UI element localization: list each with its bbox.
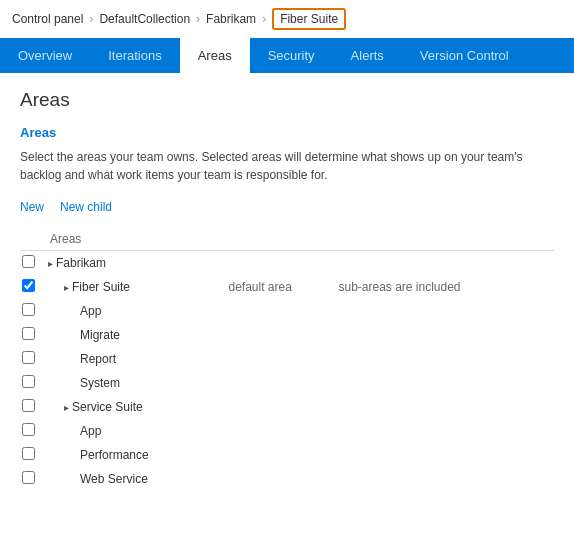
description: Select the areas your team owns. Selecte… [20,148,554,184]
row-checkbox[interactable] [22,399,35,412]
table-row: ▸Service Suite [20,395,554,419]
breadcrumb-fabrikam[interactable]: Fabrikam [206,12,256,26]
tab-bar: Overview Iterations Areas Security Alert… [0,38,574,73]
row-default-area [226,419,336,443]
row-subareas [336,299,554,323]
areas-table: Areas ▸Fabrikam▸Fiber Suitedefault areas… [20,228,554,491]
breadcrumb-control-panel[interactable]: Control panel [12,12,83,26]
row-subareas [336,347,554,371]
breadcrumb-fiber-suite[interactable]: Fiber Suite [272,8,346,30]
row-default-area [226,299,336,323]
tree-arrow-icon[interactable]: ▸ [64,282,69,293]
row-checkbox[interactable] [22,279,35,292]
section-title: Areas [20,125,554,140]
row-checkbox[interactable] [22,471,35,484]
row-name: Performance [80,448,149,462]
table-row: ▸Fabrikam [20,251,554,276]
toolbar: New New child [20,200,554,214]
tab-overview[interactable]: Overview [0,38,90,73]
breadcrumb: Control panel › DefaultCollection › Fabr… [0,0,574,38]
row-name: Web Service [80,472,148,486]
table-row: App [20,419,554,443]
tree-arrow-icon[interactable]: ▸ [48,258,53,269]
row-subareas [336,467,554,491]
row-name: App [80,304,101,318]
col-areas: Areas [48,228,226,251]
row-subareas [336,251,554,276]
table-row: Performance [20,443,554,467]
table-row: System [20,371,554,395]
tab-version-control[interactable]: Version Control [402,38,527,73]
row-default-area [226,251,336,276]
row-checkbox[interactable] [22,351,35,364]
row-checkbox[interactable] [22,327,35,340]
tab-iterations[interactable]: Iterations [90,38,179,73]
row-name: System [80,376,120,390]
row-default-area: default area [226,275,336,299]
table-row: ▸Fiber Suitedefault areasub-areas are in… [20,275,554,299]
row-checkbox[interactable] [22,447,35,460]
row-subareas [336,371,554,395]
row-name: ▸Fabrikam [48,256,106,270]
row-checkbox[interactable] [22,375,35,388]
col-default [226,228,336,251]
tab-alerts[interactable]: Alerts [333,38,402,73]
new-child-button[interactable]: New child [60,200,112,214]
row-default-area [226,371,336,395]
row-name: ▸Fiber Suite [64,280,130,294]
row-subareas [336,443,554,467]
row-subareas [336,395,554,419]
row-checkbox[interactable] [22,303,35,316]
table-row: Report [20,347,554,371]
page-content: Areas Areas Select the areas your team o… [0,73,574,507]
page-title: Areas [20,89,554,111]
row-name: App [80,424,101,438]
tab-security[interactable]: Security [250,38,333,73]
tree-arrow-icon[interactable]: ▸ [64,402,69,413]
row-default-area [226,347,336,371]
table-row: Web Service [20,467,554,491]
row-default-area [226,467,336,491]
table-row: Migrate [20,323,554,347]
row-checkbox[interactable] [22,423,35,436]
row-default-area [226,323,336,347]
row-name: Migrate [80,328,120,342]
col-check [20,228,48,251]
row-name: ▸Service Suite [64,400,143,414]
row-subareas: sub-areas are included [336,275,554,299]
row-default-area [226,443,336,467]
row-checkbox[interactable] [22,255,35,268]
tab-areas[interactable]: Areas [180,38,250,73]
table-row: App [20,299,554,323]
new-button[interactable]: New [20,200,44,214]
row-default-area [226,395,336,419]
col-subareas [336,228,554,251]
row-subareas [336,419,554,443]
row-name: Report [80,352,116,366]
breadcrumb-default-collection[interactable]: DefaultCollection [99,12,190,26]
row-subareas [336,323,554,347]
